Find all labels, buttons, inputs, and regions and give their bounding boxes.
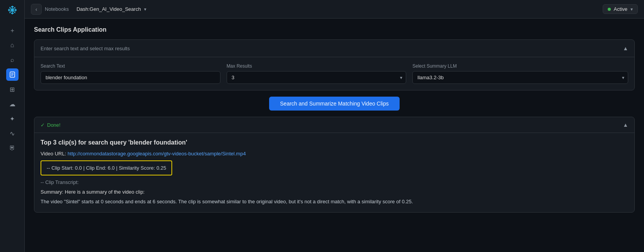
summary-label: Summary: Here is a summary of the video … bbox=[41, 189, 628, 195]
search-text-label: Search Text bbox=[41, 63, 220, 69]
main-container: ‹ Notebooks Dash:Gen_AI_Video_Search ▾ A… bbox=[25, 0, 644, 252]
results-body: Top 3 clip(s) for search query 'blender … bbox=[34, 133, 634, 212]
back-button[interactable]: ‹ bbox=[31, 4, 42, 15]
input-panel: Enter search text and select max results… bbox=[34, 39, 635, 90]
shield-icon[interactable]: ⛨ bbox=[6, 142, 19, 154]
activity-icon[interactable]: ∿ bbox=[6, 127, 19, 140]
llm-select[interactable]: llama3.2-3b llama3.1-8b mistral-7b bbox=[412, 71, 628, 84]
search-input[interactable] bbox=[41, 71, 220, 84]
plus-icon[interactable]: ＋ bbox=[6, 24, 19, 37]
status-dropdown[interactable]: Active ▾ bbox=[603, 4, 638, 14]
results-panel: ✓ Done! ▲ Top 3 clip(s) for search query… bbox=[34, 117, 635, 213]
results-collapse-icon[interactable]: ▲ bbox=[623, 122, 628, 128]
panel-header-label: Enter search text and select max results bbox=[41, 46, 130, 51]
notebook-title: Dash:Gen_AI_Video_Search bbox=[76, 6, 141, 12]
results-title: Top 3 clip(s) for search query 'blender … bbox=[41, 139, 628, 146]
status-dot bbox=[608, 8, 611, 11]
llm-select-label: Select Summary LLM bbox=[412, 63, 628, 69]
home-icon[interactable]: ⌂ bbox=[6, 39, 19, 51]
video-url-line: Video URL: http://commondatastorage.goog… bbox=[41, 151, 628, 157]
page-title: Search Clips Application bbox=[34, 26, 635, 33]
llm-select-wrapper: llama3.2-3b llama3.1-8b mistral-7b ▾ bbox=[412, 71, 628, 84]
status-label: Active bbox=[614, 6, 627, 12]
max-results-label: Max Results bbox=[227, 63, 407, 69]
video-url-prefix: Video URL: bbox=[41, 151, 66, 157]
panel-header: Enter search text and select max results… bbox=[34, 40, 634, 57]
llm-select-group: Select Summary LLM llama3.2-3b llama3.1-… bbox=[412, 63, 628, 84]
panel-collapse-icon[interactable]: ▲ bbox=[623, 45, 628, 51]
clip-info-text: -- Clip Start: 0.0 | Clip End: 6.0 | Sim… bbox=[47, 165, 166, 171]
search-btn-row: Search and Summarize Matching Video Clip… bbox=[34, 97, 635, 111]
max-results-select-wrapper: 3 1 2 5 10 ▾ bbox=[227, 71, 407, 84]
notebook-chevron[interactable]: ▾ bbox=[144, 7, 146, 12]
form-row: Search Text Max Results 3 1 2 5 10 bbox=[41, 63, 628, 84]
search-sidebar-icon[interactable]: ⌕ bbox=[6, 54, 19, 66]
notebook-icon[interactable] bbox=[6, 68, 19, 81]
video-url-link[interactable]: http://commondatastorage.googleapis.com/… bbox=[68, 151, 246, 157]
search-button[interactable]: Search and Summarize Matching Video Clip… bbox=[269, 97, 399, 111]
checkmark-icon: ✓ bbox=[41, 122, 45, 128]
summary-text: The video "Sintel" starts at 0 seconds a… bbox=[41, 198, 628, 206]
topbar: ‹ Notebooks Dash:Gen_AI_Video_Search ▾ A… bbox=[25, 0, 644, 19]
sparkle-icon[interactable]: ✦ bbox=[6, 112, 19, 125]
app-logo bbox=[5, 3, 19, 17]
done-label: Done! bbox=[47, 122, 61, 128]
sidebar: ＋ ⌂ ⌕ ⊞ ☁ ✦ ∿ ⛨ bbox=[0, 0, 25, 252]
cloud-icon[interactable]: ☁ bbox=[6, 98, 19, 110]
max-results-select[interactable]: 3 1 2 5 10 bbox=[227, 71, 407, 84]
search-text-group: Search Text bbox=[41, 63, 220, 84]
content-area: Search Clips Application Enter search te… bbox=[25, 19, 644, 252]
max-results-group: Max Results 3 1 2 5 10 ▾ bbox=[227, 63, 407, 84]
done-badge: ✓ Done! bbox=[41, 122, 61, 128]
clip-transcript: -- Clip Transcript: bbox=[41, 179, 628, 185]
results-header: ✓ Done! ▲ bbox=[34, 117, 634, 133]
panel-body: Search Text Max Results 3 1 2 5 10 bbox=[34, 57, 634, 90]
clip-info-box: -- Clip Start: 0.0 | Clip End: 6.0 | Sim… bbox=[41, 160, 172, 175]
database-icon[interactable]: ⊞ bbox=[6, 83, 19, 95]
status-caret: ▾ bbox=[630, 7, 633, 12]
breadcrumb: Notebooks bbox=[45, 6, 69, 12]
